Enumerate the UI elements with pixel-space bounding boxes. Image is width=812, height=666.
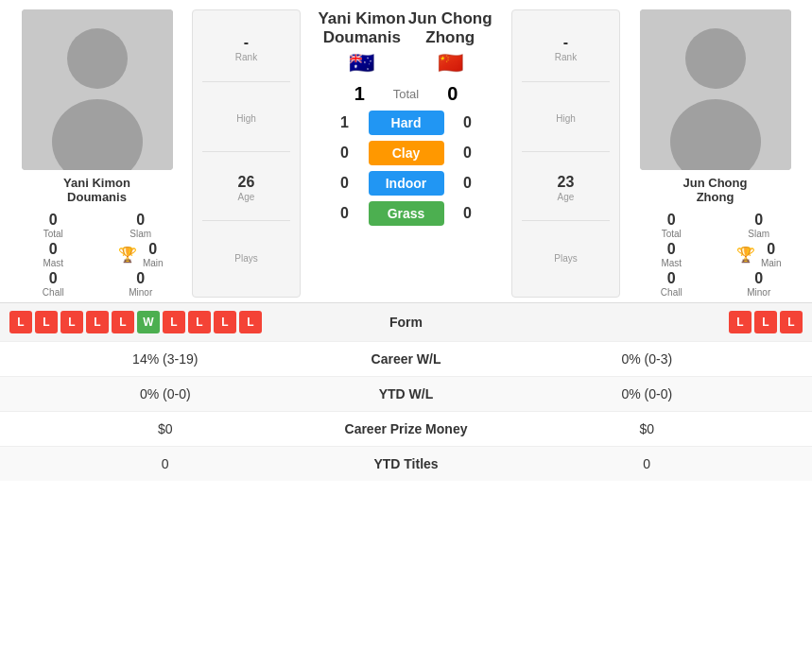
grass-badge: Grass	[369, 201, 444, 226]
clay-score-row: 0 Clay 0	[308, 138, 504, 168]
right-age-row: 23 Age	[522, 156, 610, 222]
ytd-titles-row: 0 YTD Titles 0	[0, 446, 812, 481]
total-score-row: 1 Total 0	[308, 80, 504, 108]
left-player-card: Yani Kimon Doumanis 0 Total 0 Slam 0 Mas…	[9, 9, 184, 298]
right-stat-mast: 0 Mast	[632, 241, 711, 268]
left-detail-card: - Rank High 26 Age Plays	[192, 9, 301, 298]
left-player-stats: 0 Total 0 Slam 0 Mast 🏆 0 Main	[9, 212, 184, 298]
left-form-badge-7: L	[188, 311, 211, 333]
indoor-badge: Indoor	[369, 171, 444, 196]
right-stat-minor: 0 Minor	[720, 270, 799, 298]
left-form-badge-3: L	[86, 311, 109, 333]
left-form-badge-0: L	[9, 311, 32, 333]
right-rank-row: - Rank	[522, 16, 610, 82]
left-stat-total: 0 Total	[14, 212, 93, 239]
left-stat-chall: 0 Chall	[14, 270, 93, 298]
left-form-badge-6: L	[163, 311, 185, 333]
left-form-badge-2: L	[60, 311, 83, 333]
right-player-avatar	[640, 9, 791, 170]
left-plays-row: Plays	[202, 225, 290, 291]
left-stat-main: 0 Main	[143, 241, 164, 268]
left-high-row: High	[202, 86, 290, 152]
main-container: Yani Kimon Doumanis 0 Total 0 Slam 0 Mas…	[0, 0, 812, 481]
right-detail-card: - Rank High 23 Age Plays	[511, 9, 620, 298]
svg-point-1	[67, 28, 128, 89]
left-form: LLLLLWLLLL	[9, 311, 344, 333]
right-player-name: Jun Chong Zhong	[683, 176, 748, 204]
players-section: Yani Kimon Doumanis 0 Total 0 Slam 0 Mas…	[0, 0, 812, 302]
form-section: LLLLLWLLLL Form LLL	[0, 302, 812, 341]
hard-badge: Hard	[369, 111, 444, 135]
left-rank-row: - Rank	[202, 16, 290, 82]
form-label: Form	[350, 315, 463, 330]
left-trophy: 🏆 0 Main	[102, 241, 181, 268]
right-form: LLL	[469, 311, 803, 333]
left-form-badge-4: L	[112, 311, 134, 333]
right-stat-main: 0 Main	[761, 241, 782, 268]
trophy-icon-right: 🏆	[736, 246, 755, 264]
right-form-badge-0: L	[729, 311, 752, 333]
left-form-badge-9: L	[239, 311, 262, 333]
right-plays-row: Plays	[522, 225, 610, 291]
right-player-stats: 0 Total 0 Slam 0 Mast 🏆 0 Main	[628, 212, 803, 298]
left-form-badge-5: W	[137, 311, 160, 333]
left-player-avatar	[22, 9, 173, 170]
left-stat-mast: 0 Mast	[14, 241, 93, 268]
left-player-name: Yani Kimon Doumanis	[63, 176, 130, 204]
middle-section: Yani Kimon Doumanis 🇦🇺 Jun Chong Zhong 🇨…	[308, 9, 504, 298]
left-stat-slam: 0 Slam	[102, 212, 181, 239]
right-player-heading: Jun Chong Zhong 🇨🇳	[406, 9, 495, 76]
career-wl-row: 14% (3-19) Career W/L 0% (0-3)	[0, 341, 812, 376]
right-form-badge-1: L	[754, 311, 777, 333]
grass-score-row: 0 Grass 0	[308, 198, 504, 229]
hard-score-row: 1 Hard 0	[308, 108, 504, 138]
right-high-row: High	[522, 86, 610, 152]
right-stat-slam: 0 Slam	[720, 212, 799, 239]
left-age-row: 26 Age	[202, 156, 290, 222]
career-prize-row: $0 Career Prize Money $0	[0, 411, 812, 446]
svg-point-4	[685, 28, 746, 89]
trophy-icon-left: 🏆	[118, 246, 137, 264]
right-stat-total: 0 Total	[632, 212, 711, 239]
right-stat-chall: 0 Chall	[632, 270, 711, 298]
indoor-score-row: 0 Indoor 0	[308, 168, 504, 198]
bottom-stats: 14% (3-19) Career W/L 0% (0-3) 0% (0-0) …	[0, 341, 812, 481]
ytd-wl-row: 0% (0-0) YTD W/L 0% (0-0)	[0, 376, 812, 411]
right-flag: 🇨🇳	[406, 51, 495, 76]
left-form-badge-1: L	[35, 311, 58, 333]
left-flag: 🇦🇺	[318, 51, 406, 76]
right-player-card: Jun Chong Zhong 0 Total 0 Slam 0 Mast 🏆	[628, 9, 803, 298]
right-form-badge-2: L	[780, 311, 803, 333]
left-player-heading: Yani Kimon Doumanis 🇦🇺	[318, 9, 406, 76]
left-stat-minor: 0 Minor	[102, 270, 181, 298]
left-form-badge-8: L	[214, 311, 236, 333]
right-trophy: 🏆 0 Main	[720, 241, 799, 268]
clay-badge: Clay	[369, 141, 444, 165]
